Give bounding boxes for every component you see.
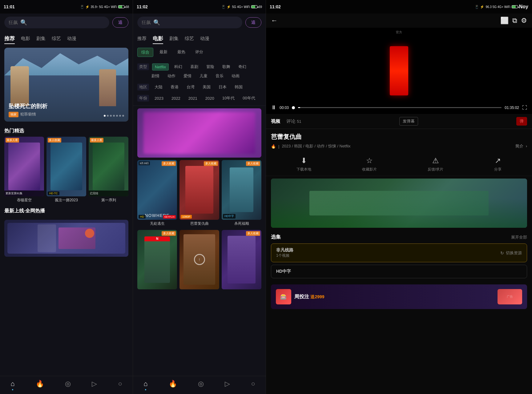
download-btn[interactable]: ⬇ 下载本地 bbox=[296, 156, 311, 172]
filter-10s[interactable]: 10年代 bbox=[220, 94, 237, 102]
filter-romance[interactable]: 爱情 bbox=[181, 72, 194, 80]
nav-profile-left[interactable]: ○ bbox=[118, 380, 122, 388]
danmu-active-btn[interactable]: 弹 bbox=[516, 117, 527, 126]
pause-btn[interactable]: ⏸ bbox=[271, 104, 276, 111]
nav-hot-mid[interactable]: 🔥 bbox=[169, 380, 177, 388]
filter-korea[interactable]: 韩国 bbox=[232, 83, 245, 91]
movie-sm-2[interactable]: 多人收藏 HD中字 杀死福顺 bbox=[222, 160, 261, 227]
filter-netflix[interactable]: Netflix bbox=[152, 63, 169, 70]
filter-us[interactable]: 美国 bbox=[200, 83, 213, 91]
ad-banner[interactable] bbox=[4, 220, 128, 257]
tab-comment[interactable]: 评论 51 bbox=[286, 119, 301, 124]
search-text-mid: 狂飙 bbox=[142, 20, 151, 26]
filter-00s[interactable]: 00年代 bbox=[240, 94, 257, 102]
tab-movie-l[interactable]: 电影 bbox=[21, 34, 30, 43]
featured-card[interactable] bbox=[137, 108, 261, 158]
search-icon-mid[interactable]: 🔍 bbox=[153, 19, 160, 26]
nav-hot-left[interactable]: 🔥 bbox=[36, 380, 44, 388]
filter-taiwan[interactable]: 台湾 bbox=[184, 83, 197, 91]
filter-music[interactable]: 音乐 bbox=[213, 72, 226, 80]
nav-play-mid[interactable]: ▷ bbox=[225, 380, 230, 388]
filter-kids[interactable]: 儿童 bbox=[197, 72, 210, 80]
cast-icon[interactable]: ⬜ bbox=[500, 17, 509, 25]
movie-card-0[interactable]: 最多人看 更新至第91集 吞噬星空 bbox=[4, 137, 44, 204]
progress-dot[interactable] bbox=[292, 106, 295, 109]
tab-anime-m[interactable]: 动漫 bbox=[200, 34, 209, 43]
follow-btn-left[interactable]: 追 bbox=[112, 17, 128, 28]
sub-chip-2[interactable]: 最热 bbox=[174, 48, 189, 57]
tab-drama-l[interactable]: 剧集 bbox=[36, 34, 46, 43]
sub-chip-1[interactable]: 最新 bbox=[156, 48, 171, 57]
movie-sm-4[interactable]: ↑ bbox=[179, 230, 219, 292]
tab-recommend-m[interactable]: 推荐 bbox=[137, 34, 147, 43]
movie-sm-1[interactable]: 多人收藏 1080P 芭蕾复仇曲 bbox=[179, 160, 219, 227]
switch-source[interactable]: ↻ 切换资源 bbox=[500, 250, 522, 256]
movie-sm-5[interactable]: 多人收藏 bbox=[222, 230, 261, 292]
filter-2020[interactable]: 2020 bbox=[203, 95, 217, 102]
tab-variety-m[interactable]: 综艺 bbox=[185, 34, 194, 43]
summary-arrow[interactable]: › bbox=[526, 144, 527, 148]
expand-all[interactable]: 展开全部 bbox=[511, 235, 527, 240]
tab-anime-l[interactable]: 动漫 bbox=[67, 34, 76, 43]
badge-2: 最多人看 bbox=[90, 138, 103, 143]
back-btn[interactable]: ← bbox=[271, 17, 278, 25]
nav-discover-left[interactable]: ◎ bbox=[65, 380, 71, 388]
pip-icon[interactable]: ⧉ bbox=[512, 17, 517, 25]
fullscreen-btn[interactable]: ⛶ bbox=[522, 105, 527, 111]
nav-play-left[interactable]: ▷ bbox=[92, 380, 97, 388]
search-input-mid[interactable]: 狂飙 🔍 bbox=[137, 17, 242, 28]
feedback-label: 反馈/求片 bbox=[428, 167, 443, 172]
filter-mainland[interactable]: 大陆 bbox=[152, 83, 165, 91]
danmu-btn[interactable]: 发弹幕 bbox=[399, 117, 418, 126]
home-dot-mid bbox=[145, 389, 146, 390]
nav-discover-mid[interactable]: ◎ bbox=[198, 380, 204, 388]
episode-option-0[interactable]: 非凡线路 1个视频 ↻ 切换资源 bbox=[271, 243, 527, 262]
profile-icon-mid: ○ bbox=[251, 380, 255, 388]
progress-bar[interactable] bbox=[298, 107, 502, 108]
promo-banner[interactable]: 🎰 周投注 送2999 广告 bbox=[271, 284, 527, 309]
filter-2021[interactable]: 2021 bbox=[186, 95, 200, 102]
hero-banner[interactable]: 坠楼死亡的剖析 独家 犯罪/剧情 bbox=[4, 48, 128, 122]
sub-chip-3[interactable]: 评分 bbox=[191, 48, 207, 57]
sub-chip-0[interactable]: 综合 bbox=[137, 48, 153, 57]
filter-comedy[interactable]: 喜剧 bbox=[188, 63, 201, 70]
summary-btn[interactable]: 简介 bbox=[515, 143, 523, 149]
search-icon-left[interactable]: 🔍 bbox=[20, 19, 27, 26]
movie-card-2[interactable]: 最多人看 已完结 第一序列 bbox=[89, 137, 128, 204]
movie-sm-0[interactable]: NOWHERE 多人收藏 HD NETFLIX 9月29日 无处逃生 bbox=[137, 160, 177, 227]
collect-btn[interactable]: ☆ 收藏影片 bbox=[362, 156, 377, 172]
filter-drama[interactable]: 剧情 bbox=[149, 72, 162, 80]
thumb-preview[interactable] bbox=[271, 179, 527, 228]
filter-action[interactable]: 动作 bbox=[165, 72, 178, 80]
nav-home-mid[interactable]: ⌂ bbox=[143, 380, 147, 388]
search-input-left[interactable]: 狂飙 🔍 bbox=[4, 17, 109, 28]
hero-tag2: 犯罪/剧情 bbox=[20, 112, 36, 117]
follow-btn-mid[interactable]: 追 bbox=[245, 17, 261, 28]
filter-musical[interactable]: 歌舞 bbox=[220, 63, 233, 70]
app-icons-right: 📱 ⚡ bbox=[475, 5, 484, 9]
filter-fantasy[interactable]: 奇幻 bbox=[236, 63, 249, 70]
movie-card-1[interactable]: 多人收藏 HD·TC 孤注一掷2023 bbox=[46, 137, 86, 204]
share-btn[interactable]: ↗ 分享 bbox=[494, 156, 502, 172]
tab-movie-m[interactable]: 电影 bbox=[153, 34, 163, 44]
filter-scifi[interactable]: 科幻 bbox=[172, 63, 185, 70]
filter-adventure[interactable]: 冒险 bbox=[204, 63, 217, 70]
settings-icon[interactable]: ⚙ bbox=[521, 17, 527, 25]
official-label: 官方 bbox=[396, 30, 402, 34]
tab-video[interactable]: 视频 bbox=[271, 119, 280, 124]
nav-profile-mid[interactable]: ○ bbox=[251, 380, 255, 388]
filter-2023[interactable]: 2023 bbox=[152, 95, 166, 102]
filter-2022[interactable]: 2022 bbox=[169, 95, 183, 102]
movie-sm-title-2: 杀死福顺 bbox=[222, 220, 261, 227]
nav-home-left[interactable]: ⌂ bbox=[10, 380, 14, 388]
tab-variety-l[interactable]: 综艺 bbox=[52, 34, 61, 43]
filter-japan[interactable]: 日本 bbox=[216, 83, 229, 91]
feedback-btn[interactable]: ⚠ 反馈/求片 bbox=[428, 156, 443, 172]
movie-sm-3[interactable]: N 多人收藏 bbox=[137, 230, 177, 292]
tab-drama-m[interactable]: 剧集 bbox=[169, 34, 179, 43]
filter-animation[interactable]: 动画 bbox=[229, 72, 242, 80]
episode-option-1[interactable]: HD中字 bbox=[271, 265, 527, 278]
video-player[interactable]: 官方 ⏸ 00:03 01:35:02 ⛶ bbox=[266, 28, 532, 114]
tab-recommend[interactable]: 推荐 bbox=[4, 34, 15, 44]
filter-hk[interactable]: 香港 bbox=[168, 83, 181, 91]
